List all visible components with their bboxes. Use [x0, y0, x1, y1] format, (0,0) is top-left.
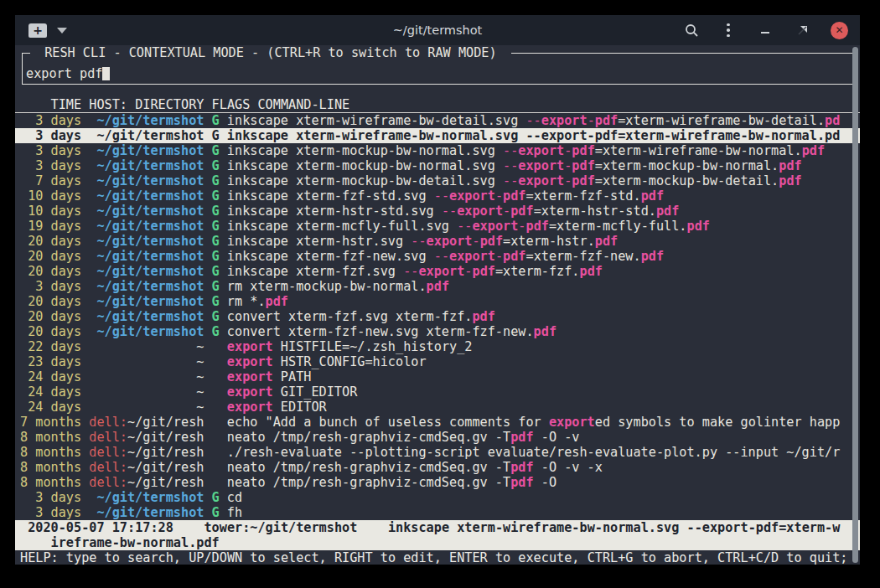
history-row[interactable]: 24 days~export PATH	[15, 369, 860, 384]
row-time: 8 months	[20, 430, 81, 445]
history-row[interactable]: 19 days~/git/termshotGinkscape xterm-mcf…	[15, 219, 860, 234]
command-text-segment: --	[434, 249, 449, 264]
kebab-menu-icon[interactable]	[720, 22, 737, 39]
command-text-segment: HSTR_CONFIG=hicolor	[273, 354, 427, 369]
row-command: export HSTR_CONFIG=hicolor	[227, 354, 860, 369]
row-command: inkscape xterm-wireframe-bw-detail.svg -…	[227, 113, 860, 128]
search-input[interactable]: export pdf	[26, 66, 110, 81]
row-command: inkscape xterm-hstr.svg --export-pdf=xte…	[227, 234, 860, 249]
command-text-segment: inkscape xterm-mockup-bw-detail.svg	[227, 173, 503, 188]
row-host-directory: dell:~/git/resh	[89, 445, 204, 460]
history-row[interactable]: 3 days~/git/termshotGinkscape xterm-mock…	[15, 143, 860, 158]
command-match-segment: pdf	[503, 249, 525, 264]
command-text-segment: -	[472, 234, 479, 249]
row-host-directory: ~/git/termshot	[89, 158, 204, 173]
command-text-segment: =xterm-mockup-bw-normal.	[595, 158, 779, 173]
command-text-segment: =xterm-mcfly-full.	[549, 219, 687, 234]
history-row[interactable]: 7 days~/git/termshotGinkscape xterm-mock…	[15, 173, 860, 188]
row-host-part: ~/git/termshot	[96, 128, 204, 143]
command-text-segment: inkscape xterm-wireframe-bw-detail.svg	[227, 113, 526, 128]
history-row[interactable]: 20 days~/git/termshotGconvert xterm-fzf.…	[15, 309, 860, 324]
history-row[interactable]: 20 days~/git/termshotGconvert xterm-fzf-…	[15, 324, 860, 339]
row-host-part: ~/git/resh	[127, 430, 204, 445]
history-row[interactable]: 24 days~export EDITOR	[15, 400, 860, 415]
row-command: neato /tmp/resh-graphviz-cmdSeq.gv -Tpdf…	[227, 430, 860, 445]
history-row[interactable]: 3 days~/git/termshotGcd	[15, 490, 860, 505]
history-row[interactable]: 20 days~/git/termshotGinkscape xterm-fzf…	[15, 249, 860, 264]
command-text-segment: inkscape xterm-hstr.svg	[227, 234, 411, 249]
history-row[interactable]: 20 days~/git/termshotGinkscape xterm-fzf…	[15, 264, 860, 279]
row-host-part: dell:	[89, 445, 127, 460]
row-flags: G	[212, 204, 220, 219]
history-row-selected[interactable]: 3 days~/git/termshotGinkscape xterm-wire…	[15, 128, 860, 143]
history-row[interactable]: 8 monthsdell:~/git/reshneato /tmp/resh-g…	[15, 460, 860, 475]
command-text-segment: -O -v	[534, 430, 580, 445]
row-host-part: dell:	[89, 415, 127, 430]
row-host-directory: ~/git/termshot	[89, 173, 204, 188]
command-text-segment: neato /tmp/resh-graphviz-cmdSeq.gv -T	[227, 460, 510, 475]
row-command: inkscape xterm-fzf.svg --export-pdf=xter…	[227, 264, 860, 279]
new-tab-plus-glyph: +	[33, 24, 43, 36]
command-text-segment: neato /tmp/resh-graphviz-cmdSeq.gv -T	[227, 430, 510, 445]
history-row[interactable]: 8 monthsdell:~/git/reshneato /tmp/resh-g…	[15, 475, 860, 490]
history-row[interactable]: 3 days~/git/termshotGinkscape xterm-wire…	[15, 113, 860, 128]
row-command: inkscape xterm-mockup-bw-detail.svg --ex…	[227, 173, 860, 188]
history-row[interactable]: 3 days~/git/termshotGfh	[15, 505, 860, 520]
row-command: inkscape xterm-fzf-std.svg --export-pdf=…	[227, 188, 860, 204]
history-row[interactable]: 7 monthsdell:~/git/reshecho "Add a bunch…	[15, 415, 860, 430]
command-text-segment: =xterm-fzf-std.	[526, 188, 641, 204]
scrollbar[interactable]	[852, 47, 858, 563]
row-flags	[212, 430, 220, 445]
row-command: fh	[227, 505, 860, 520]
history-row[interactable]: 3 days~/git/termshotGinkscape xterm-mock…	[15, 158, 860, 173]
row-flags: G	[212, 188, 220, 204]
status-line-1: 2020-05-07 17:17:28 tower:~/git/termshot…	[15, 520, 860, 535]
command-match-segment: pdf	[525, 219, 548, 234]
row-flags: G	[212, 219, 220, 234]
command-text-segment: --	[503, 143, 518, 158]
row-flags: G	[212, 158, 220, 173]
row-host-part: ~/git/termshot	[96, 490, 204, 505]
history-row[interactable]: 20 days~/git/termshotGrm *.pdf	[15, 294, 860, 309]
status-bar: 2020-05-07 17:17:28 tower:~/git/termshot…	[15, 520, 860, 550]
command-text-segment: --	[442, 204, 457, 219]
command-match-segment: pdf	[641, 188, 664, 204]
history-row[interactable]: 23 days~export HSTR_CONFIG=hicolor	[15, 354, 860, 369]
new-tab-icon[interactable]: +	[28, 23, 47, 38]
history-row[interactable]: 20 days~/git/termshotGinkscape xterm-hst…	[15, 234, 860, 249]
close-icon[interactable]: ✕	[831, 22, 848, 39]
command-match-segment: export	[227, 354, 273, 369]
history-row[interactable]: 3 days~/git/termshotGrm xterm-mockup-bw-…	[15, 279, 860, 294]
history-row[interactable]: 22 days~export HISTFILE=~/.zsh_history_2	[15, 339, 860, 354]
command-match-segment: pdf	[503, 188, 525, 204]
chevron-down-icon[interactable]	[57, 28, 67, 34]
command-text-segment: inkscape xterm-wireframe-bw-normal.svg -…	[227, 128, 841, 143]
row-time: 3 days	[20, 279, 81, 294]
terminal-window: + ~/git/termshot	[15, 15, 860, 565]
command-text-segment: EDITOR	[273, 400, 327, 415]
restore-icon[interactable]	[794, 22, 810, 39]
row-time: 24 days	[20, 369, 81, 384]
row-time: 10 days	[20, 188, 81, 204]
command-text-segment: --	[457, 219, 472, 234]
row-flags: G	[212, 279, 220, 294]
history-row[interactable]: 10 days~/git/termshotGinkscape xterm-fzf…	[15, 188, 860, 204]
command-match-segment: pdf	[510, 430, 533, 445]
row-host-directory: ~/git/termshot	[89, 204, 204, 219]
row-host-directory: ~/git/termshot	[89, 505, 204, 520]
history-row[interactable]: 8 monthsdell:~/git/resh./resh-evaluate -…	[15, 445, 860, 460]
history-row[interactable]: 10 days~/git/termshotGinkscape xterm-hst…	[15, 204, 860, 219]
minimize-icon[interactable]	[757, 22, 774, 39]
titlebar: + ~/git/termshot	[15, 15, 860, 45]
command-match-segment: pdf	[472, 264, 494, 279]
row-host-part: ~/git/termshot	[96, 294, 204, 309]
row-host-part: ~/git/termshot	[96, 279, 204, 294]
history-row[interactable]: 24 days~export GIT_EDITOR	[15, 384, 860, 400]
row-command: export GIT_EDITOR	[227, 384, 860, 400]
row-flags	[212, 445, 220, 460]
search-icon[interactable]	[683, 22, 700, 39]
history-row[interactable]: 8 monthsdell:~/git/reshneato /tmp/resh-g…	[15, 430, 860, 445]
command-match-segment: pdf	[779, 173, 801, 188]
command-text-segment: -	[564, 158, 572, 173]
command-match-segment: export	[457, 204, 503, 219]
